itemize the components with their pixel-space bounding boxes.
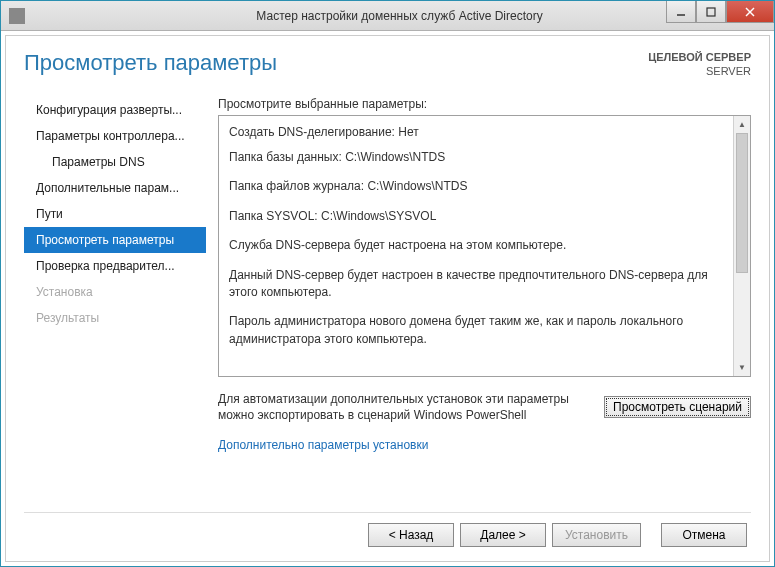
app-icon xyxy=(9,8,25,24)
wizard-sidebar: Конфигурация разверты... Параметры контр… xyxy=(24,97,206,502)
target-server-value: SERVER xyxy=(648,64,751,78)
window-title: Мастер настройки доменных служб Active D… xyxy=(25,9,774,23)
scroll-thumb[interactable] xyxy=(736,133,748,273)
review-line: Папка базы данных: C:\Windows\NTDS xyxy=(229,149,723,166)
sidebar-item-prereq-check[interactable]: Проверка предварител... xyxy=(24,253,206,279)
content-row: Конфигурация разверты... Параметры контр… xyxy=(24,97,751,502)
sidebar-item-additional-options[interactable]: Дополнительные парам... xyxy=(24,175,206,201)
target-server: ЦЕЛЕВОЙ СЕРВЕР SERVER xyxy=(648,50,751,79)
review-box: Создать DNS-делегирование: Нет Папка баз… xyxy=(219,116,733,376)
sidebar-item-dc-options[interactable]: Параметры контроллера... xyxy=(24,123,206,149)
minimize-button[interactable] xyxy=(666,1,696,23)
review-box-wrap: Создать DNS-делегирование: Нет Папка баз… xyxy=(218,115,751,377)
more-options-link[interactable]: Дополнительно параметры установки xyxy=(218,438,751,452)
review-line: Пароль администратора нового домена буде… xyxy=(229,313,723,348)
maximize-button[interactable] xyxy=(696,1,726,23)
sidebar-item-installation: Установка xyxy=(24,279,206,305)
sidebar-item-paths[interactable]: Пути xyxy=(24,201,206,227)
close-button[interactable] xyxy=(726,1,774,23)
target-server-label: ЦЕЛЕВОЙ СЕРВЕР xyxy=(648,50,751,64)
review-line: Папка файлов журнала: C:\Windows\NTDS xyxy=(229,178,723,195)
export-row: Для автоматизации дополнительных установ… xyxy=(218,391,751,425)
scroll-down-button[interactable]: ▼ xyxy=(734,359,750,376)
back-button[interactable]: < Назад xyxy=(368,523,454,547)
view-script-button[interactable]: Просмотреть сценарий xyxy=(604,396,751,418)
export-text: Для автоматизации дополнительных установ… xyxy=(218,391,592,425)
review-label: Просмотрите выбранные параметры: xyxy=(218,97,751,111)
header-row: Просмотреть параметры ЦЕЛЕВОЙ СЕРВЕР SER… xyxy=(24,50,751,79)
dialog-inner: Просмотреть параметры ЦЕЛЕВОЙ СЕРВЕР SER… xyxy=(5,35,770,562)
main-panel: Просмотрите выбранные параметры: Создать… xyxy=(218,97,751,502)
sidebar-item-dns-options[interactable]: Параметры DNS xyxy=(24,149,206,175)
next-button[interactable]: Далее > xyxy=(460,523,546,547)
sidebar-item-results: Результаты xyxy=(24,305,206,331)
scroll-up-button[interactable]: ▲ xyxy=(734,116,750,133)
titlebar: Мастер настройки доменных служб Active D… xyxy=(1,1,774,31)
review-line: Служба DNS-сервера будет настроена на эт… xyxy=(229,237,723,254)
review-line: Данный DNS-сервер будет настроен в качес… xyxy=(229,267,723,302)
button-row: < Назад Далее > Установить Отмена xyxy=(24,512,751,551)
cancel-button[interactable]: Отмена xyxy=(661,523,747,547)
scrollbar[interactable]: ▲ ▼ xyxy=(733,116,750,376)
scroll-track-area[interactable] xyxy=(734,133,750,359)
titlebar-buttons xyxy=(666,1,774,23)
window-frame: Мастер настройки доменных служб Active D… xyxy=(0,0,775,567)
svg-rect-1 xyxy=(707,8,715,16)
sidebar-item-review-options[interactable]: Просмотреть параметры xyxy=(24,227,206,253)
install-button: Установить xyxy=(552,523,641,547)
sidebar-item-deployment-config[interactable]: Конфигурация разверты... xyxy=(24,97,206,123)
page-title: Просмотреть параметры xyxy=(24,50,277,76)
dialog-body: Просмотреть параметры ЦЕЛЕВОЙ СЕРВЕР SER… xyxy=(1,31,774,566)
review-line: Папка SYSVOL: C:\Windows\SYSVOL xyxy=(229,208,723,225)
review-line: Создать DNS-делегирование: Нет xyxy=(229,124,723,141)
